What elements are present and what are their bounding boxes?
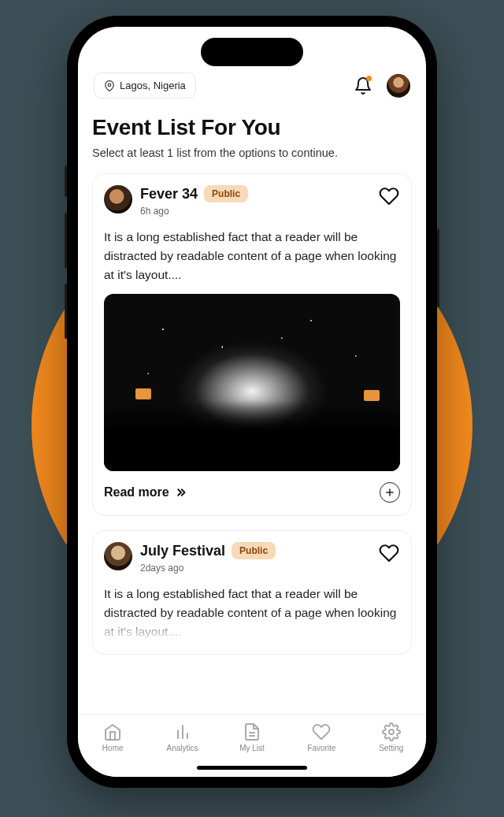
location-label: Lagos, Nigeria xyxy=(120,80,186,91)
event-description: It is a long established fact that a rea… xyxy=(104,228,400,284)
read-more-label: Read more xyxy=(104,485,169,499)
event-card[interactable]: July Festival Public 2days ago It is a l… xyxy=(92,530,412,655)
tab-setting[interactable]: Setting xyxy=(366,722,417,752)
heart-icon xyxy=(312,722,331,741)
event-card[interactable]: Fever 34 Public 6h ago It is a long esta… xyxy=(92,173,412,516)
home-indicator[interactable] xyxy=(197,766,307,770)
visibility-badge: Public xyxy=(204,185,248,202)
profile-avatar[interactable] xyxy=(387,74,410,98)
tab-label: Home xyxy=(102,744,124,752)
favorite-button[interactable] xyxy=(378,542,400,564)
home-icon xyxy=(103,722,122,741)
svg-point-8 xyxy=(389,730,394,734)
event-time-ago: 6h ago xyxy=(140,206,378,217)
plus-icon xyxy=(384,487,395,498)
tab-label: My List xyxy=(239,744,265,752)
event-name: Fever 34 xyxy=(140,186,198,202)
tab-home[interactable]: Home xyxy=(87,722,138,752)
tab-analytics[interactable]: Analytics xyxy=(158,722,208,752)
event-time-ago: 2days ago xyxy=(140,563,378,574)
event-name: July Festival xyxy=(140,543,225,559)
list-icon xyxy=(243,722,261,741)
svg-point-0 xyxy=(108,84,111,87)
visibility-badge: Public xyxy=(232,542,276,559)
top-bar: Lagos, Nigeria xyxy=(78,72,426,98)
notifications-button[interactable] xyxy=(354,76,372,95)
heart-icon xyxy=(379,543,399,563)
phone-screen: Lagos, Nigeria Event List For You Select… xyxy=(78,27,426,777)
page-subtitle: Select at least 1 list from the options … xyxy=(92,147,412,159)
location-pin-icon xyxy=(104,80,115,91)
tab-label: Setting xyxy=(379,744,403,752)
event-author-avatar[interactable] xyxy=(104,185,132,214)
tab-label: Analytics xyxy=(167,744,198,752)
gear-icon xyxy=(382,722,401,741)
tab-label: Favorite xyxy=(307,744,335,752)
add-button[interactable] xyxy=(380,482,400,503)
page-title: Event List For You xyxy=(92,115,412,140)
heart-icon xyxy=(379,186,399,206)
event-description: It is a long established fact that a rea… xyxy=(104,585,400,641)
dynamic-island xyxy=(201,38,303,66)
read-more-link[interactable]: Read more xyxy=(104,485,188,499)
tab-favorite[interactable]: Favorite xyxy=(296,722,346,752)
event-author-avatar[interactable] xyxy=(104,542,132,570)
page-content: Event List For You Select at least 1 lis… xyxy=(78,115,426,714)
event-image[interactable] xyxy=(104,294,400,471)
location-chip[interactable]: Lagos, Nigeria xyxy=(94,72,196,98)
favorite-button[interactable] xyxy=(378,185,400,207)
analytics-icon xyxy=(173,722,192,741)
tab-mylist[interactable]: My List xyxy=(227,722,277,752)
notification-dot-icon xyxy=(366,76,372,81)
chevrons-right-icon xyxy=(174,485,188,499)
phone-frame: Lagos, Nigeria Event List For You Select… xyxy=(67,16,437,788)
